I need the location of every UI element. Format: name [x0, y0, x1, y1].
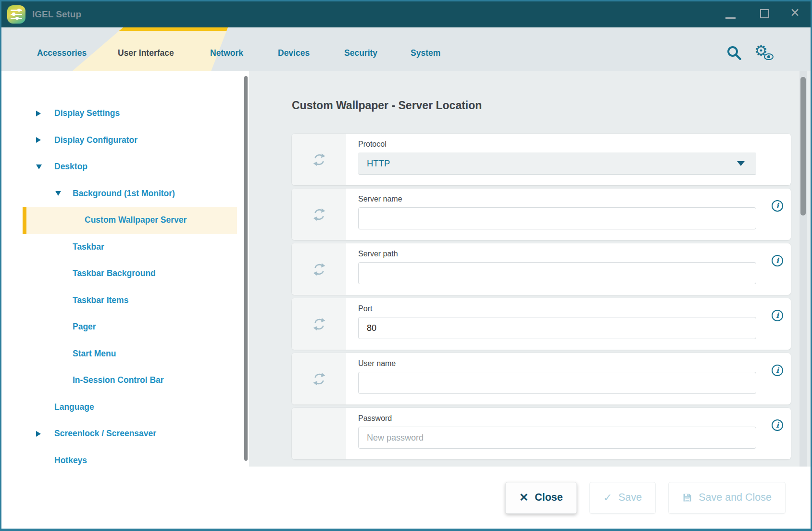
- expand-arrow-icon[interactable]: [36, 431, 41, 437]
- field-label: Server name: [358, 195, 791, 203]
- reset-icon: [312, 317, 326, 331]
- maximize-button[interactable]: [760, 9, 769, 18]
- reset-icon: [312, 152, 326, 167]
- check-icon: ✓: [603, 492, 612, 504]
- form-row-port: Port i: [292, 298, 791, 350]
- tree-item-label: Custom Wallpaper Server: [85, 215, 187, 225]
- main-scrollbar-track[interactable]: [800, 71, 807, 467]
- tree-item-custom-wallpaper-server[interactable]: Custom Wallpaper Server: [23, 207, 237, 234]
- tab-system[interactable]: System: [411, 48, 440, 58]
- tree-item-pager[interactable]: Pager: [1, 314, 243, 341]
- slider-line-icon: [11, 10, 22, 11]
- tree-item-label: Display Configurator: [54, 135, 137, 145]
- reset-icon: [312, 372, 326, 386]
- tree-item-label: Desktop: [54, 162, 87, 172]
- password-input[interactable]: [358, 427, 756, 449]
- sidebar-scrollbar[interactable]: [244, 76, 248, 461]
- reset-icon: [312, 207, 326, 222]
- tree-item-desktop[interactable]: Desktop: [1, 153, 243, 180]
- eye-icon: [764, 53, 774, 60]
- window-title: IGEL Setup: [32, 9, 81, 20]
- info-icon[interactable]: i: [772, 365, 783, 376]
- field-label: Password: [358, 414, 791, 423]
- tab-bar: Accessories User Interface Network Devic…: [1, 27, 811, 71]
- expand-arrow-icon[interactable]: [36, 111, 41, 116]
- form-row-protocol: Protocol HTTP: [292, 134, 791, 185]
- field-label: Protocol: [358, 140, 791, 149]
- tree-item-screenlock-screensaver[interactable]: Screenlock / Screensaver: [1, 420, 243, 447]
- reset-button[interactable]: [292, 353, 346, 405]
- reset-button[interactable]: [292, 243, 346, 295]
- tree-item-label: Taskbar: [73, 242, 104, 252]
- tree-item-label: Language: [54, 402, 94, 412]
- info-icon[interactable]: i: [772, 419, 783, 431]
- reset-button[interactable]: [292, 189, 346, 240]
- tree-item-background-1st-monitor[interactable]: Background (1st Monitor): [1, 180, 243, 207]
- tree-item-taskbar-items[interactable]: Taskbar Items: [1, 287, 243, 314]
- main-scrollbar-thumb[interactable]: [800, 77, 806, 215]
- collapse-arrow-icon[interactable]: [55, 191, 61, 196]
- slider-line-icon: [11, 18, 22, 19]
- tree-item-display-configurator[interactable]: Display Configurator: [1, 127, 243, 154]
- tab-security[interactable]: Security: [344, 48, 377, 58]
- content-area: Display Settings Display Configurator De…: [1, 71, 811, 467]
- expand-arrow-icon[interactable]: [36, 137, 41, 143]
- save-button-label: Save: [618, 492, 642, 504]
- tree-item-taskbar-background[interactable]: Taskbar Background: [1, 260, 243, 287]
- slider-line-icon: [11, 14, 22, 15]
- form-row-server-name: Server name i: [292, 189, 791, 240]
- port-input[interactable]: [358, 317, 756, 339]
- reset-column-empty: [292, 408, 346, 459]
- collapse-arrow-icon[interactable]: [36, 164, 42, 169]
- tab-network[interactable]: Network: [210, 48, 243, 58]
- tree-item-label: Display Settings: [54, 108, 120, 118]
- tree-item-in-session-control-bar[interactable]: In-Session Control Bar: [1, 367, 243, 394]
- close-button[interactable]: ✕ Close: [505, 482, 577, 514]
- floppy-disk-icon: [682, 493, 692, 503]
- form-row-user-name: User name i: [292, 353, 791, 405]
- info-icon[interactable]: i: [772, 310, 783, 321]
- tab-accessories[interactable]: Accessories: [37, 48, 87, 58]
- save-and-close-button-label: Save and Close: [699, 492, 772, 504]
- chevron-down-icon: [737, 161, 745, 166]
- tree-item-hotkeys[interactable]: Hotkeys: [1, 447, 243, 467]
- protocol-select[interactable]: HTTP: [358, 152, 756, 175]
- reset-button[interactable]: [292, 298, 346, 350]
- reset-button[interactable]: [292, 134, 346, 185]
- tab-devices[interactable]: Devices: [278, 48, 310, 58]
- close-button-label: Close: [535, 492, 563, 504]
- form-row-password: Password i: [292, 408, 791, 459]
- tab-user-interface[interactable]: User Interface: [118, 48, 174, 58]
- settings-panel: Custom Wallpaper - Server Location: [249, 71, 811, 467]
- save-button[interactable]: ✓ Save: [589, 482, 656, 514]
- info-icon[interactable]: i: [772, 200, 783, 212]
- field-label: Port: [358, 304, 791, 313]
- tree-item-label: Screenlock / Screensaver: [54, 429, 156, 439]
- tree-item-label: Background (1st Monitor): [73, 189, 175, 199]
- settings-tree: Display Settings Display Configurator De…: [1, 71, 243, 467]
- protocol-selected-value: HTTP: [367, 158, 390, 169]
- server-name-input[interactable]: [358, 207, 756, 229]
- tree-item-label: Hotkeys: [54, 455, 87, 466]
- title-bar: IGEL Setup ✕: [1, 1, 811, 27]
- user-name-input[interactable]: [358, 372, 756, 394]
- tree-item-language[interactable]: Language: [1, 394, 243, 421]
- save-and-close-button[interactable]: Save and Close: [668, 482, 786, 514]
- field-label: Server path: [358, 250, 791, 258]
- minimize-button[interactable]: [725, 17, 736, 19]
- tree-item-label: Start Menu: [73, 349, 116, 359]
- tree-item-display-settings[interactable]: Display Settings: [1, 100, 243, 127]
- close-x-icon: ✕: [519, 491, 528, 504]
- igel-setup-window: IGEL Setup ✕ Accessories User Interface …: [0, 0, 812, 531]
- tree-item-start-menu[interactable]: Start Menu: [1, 341, 243, 367]
- form-row-server-path: Server path i: [292, 243, 791, 295]
- view-settings-icon[interactable]: ⚙: [754, 43, 772, 61]
- reset-icon: [312, 262, 326, 277]
- tree-item-taskbar[interactable]: Taskbar: [1, 234, 243, 261]
- server-path-input[interactable]: [358, 262, 756, 284]
- close-window-button[interactable]: ✕: [790, 7, 800, 19]
- search-icon[interactable]: [725, 44, 743, 63]
- info-icon[interactable]: i: [772, 255, 783, 266]
- tree-item-label: Taskbar Items: [73, 295, 128, 305]
- tree-item-label: Taskbar Background: [73, 268, 156, 278]
